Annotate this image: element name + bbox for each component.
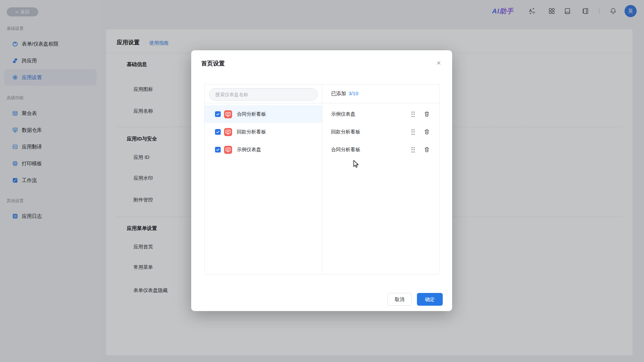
drag-handle-icon[interactable] xyxy=(412,147,415,153)
app-settings-page: « 返回 基础设置 表单/仪表盘权限 跨应用 xyxy=(0,0,644,362)
trash-icon[interactable] xyxy=(424,111,430,117)
checkbox-checked[interactable] xyxy=(215,111,221,117)
trash-icon[interactable] xyxy=(424,129,430,135)
drag-handle-icon[interactable] xyxy=(412,129,415,135)
list-item: 回款分析看板 xyxy=(322,123,439,141)
list-item[interactable]: 合同分析看板 xyxy=(205,105,322,123)
dashboard-name: 回款分析看板 xyxy=(331,129,412,135)
modal-title: 首页设置 xyxy=(201,59,225,67)
dashboard-name: 示例仪表盘 xyxy=(331,111,412,117)
dashboard-picker: 已添加 3/10 合同分析看板 xyxy=(204,84,440,275)
checkbox-checked[interactable] xyxy=(215,147,221,153)
search-input[interactable] xyxy=(209,92,317,97)
added-dashboard-list: 示例仪表盘 回款分析看板 xyxy=(322,105,439,159)
added-header: 已添加 3/10 xyxy=(331,90,358,97)
dashboard-icon xyxy=(224,110,232,118)
list-item[interactable]: 示例仪表盘 xyxy=(205,141,322,159)
available-dashboard-list: 合同分析看板 回款分析看板 xyxy=(205,105,322,159)
picker-header-divider xyxy=(205,103,439,103)
dashboard-icon xyxy=(224,146,232,154)
drag-handle-icon[interactable] xyxy=(412,112,415,117)
list-item: 示例仪表盘 xyxy=(322,105,439,123)
added-count: 3/10 xyxy=(348,90,358,96)
dashboard-name: 合同分析看板 xyxy=(237,111,266,117)
list-item: 合同分析看板 xyxy=(322,141,439,159)
close-icon[interactable]: ✕ xyxy=(434,58,443,68)
confirm-button[interactable]: 确定 xyxy=(417,293,443,306)
dashboard-name: 回款分析看板 xyxy=(237,129,266,135)
added-label: 已添加 xyxy=(331,90,346,97)
dashboard-name: 合同分析看板 xyxy=(331,146,412,153)
list-item[interactable]: 回款分析看板 xyxy=(205,123,322,141)
checkbox-checked[interactable] xyxy=(215,129,221,135)
dashboard-search xyxy=(209,88,318,101)
cancel-button[interactable]: 取消 xyxy=(387,293,412,306)
homepage-settings-modal: 首页设置 ✕ 已添加 3/10 xyxy=(191,50,452,311)
dashboard-name: 示例仪表盘 xyxy=(237,146,261,153)
trash-icon[interactable] xyxy=(424,146,430,153)
dashboard-icon xyxy=(224,128,232,136)
